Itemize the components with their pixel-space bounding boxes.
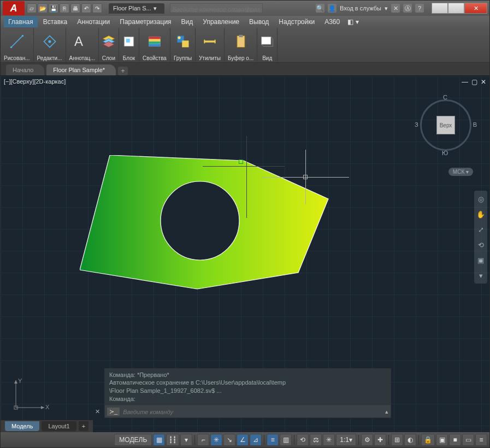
print-icon[interactable]: 🖶 (70, 3, 80, 13)
sb-iso-icon[interactable]: ↘ (223, 434, 235, 446)
sb-osnap-icon[interactable]: ∠ (237, 434, 249, 446)
svg-point-19 (161, 181, 239, 260)
menu-manage[interactable]: Управление (198, 16, 244, 27)
sb-units-icon[interactable]: ⊞ (391, 434, 403, 446)
menu-home[interactable]: Главная (4, 16, 38, 27)
save-icon[interactable]: 💾 (49, 3, 58, 13)
command-window[interactable]: ✕ Команда: *Прервано* Автоматическое сох… (104, 368, 391, 418)
menu-parametric[interactable]: Параметризация (115, 16, 175, 27)
viewport-label[interactable]: [−][Сверху][2D-каркас] (4, 78, 66, 85)
viewcube-north[interactable]: С (443, 94, 447, 101)
sb-cleanscreen-icon[interactable]: ▭ (462, 434, 474, 446)
steering-wheel-icon[interactable]: ◎ (476, 194, 486, 204)
sb-annomonitor-icon[interactable]: ✚ (374, 434, 386, 446)
sb-grid-icon[interactable]: ▦ (153, 434, 165, 446)
sb-lock-icon[interactable]: 🔒 (421, 434, 435, 446)
menu-bar: Главная Вставка Аннотации Параметризация… (1, 16, 489, 28)
minimize-button[interactable]: — (432, 3, 448, 14)
svg-rect-7 (149, 37, 160, 39)
viewcube-east[interactable]: В (473, 121, 477, 128)
sb-infer-icon[interactable]: ▾ (180, 434, 192, 446)
help-search[interactable] (170, 3, 263, 13)
viewcube-south[interactable]: Ю (442, 150, 448, 156)
vp-close-icon[interactable]: ✕ (481, 78, 486, 86)
redo-icon[interactable]: ↷ (92, 3, 102, 13)
viewcube[interactable]: Верх С Ю В З (416, 95, 476, 155)
menu-a360[interactable]: A360 (320, 16, 344, 27)
undo-icon[interactable]: ↶ (81, 3, 91, 13)
ribbon-panel-utilities[interactable]: Утилиты (196, 28, 225, 62)
svg-rect-16 (215, 40, 216, 44)
help-icon[interactable]: ? (415, 4, 424, 13)
layout-tab-add[interactable]: + (79, 421, 88, 431)
vp-minimize-icon[interactable]: — (462, 78, 468, 86)
maximize-button[interactable]: ▢ (448, 3, 464, 14)
svg-text:Y: Y (18, 378, 22, 384)
menu-view[interactable]: Вид (177, 16, 198, 27)
doc-tabs: Начало Floor Plan Sample* + (1, 63, 489, 76)
drawing-shape[interactable] (80, 155, 336, 308)
menu-insert[interactable]: Вставка (39, 16, 72, 27)
sb-transparency-icon[interactable]: ▥ (280, 434, 292, 446)
signin-link[interactable]: Вход в службы (340, 5, 381, 11)
cmd-dropdown-icon[interactable]: ▴ (385, 408, 388, 415)
zoom-extents-icon[interactable]: ⤢ (476, 225, 486, 234)
sb-scale[interactable]: 1:1 ▾ (336, 434, 356, 446)
layout-tab-layout1[interactable]: Layout1 (42, 421, 76, 431)
user-icon[interactable]: 👤 (328, 4, 336, 13)
new-icon[interactable]: ▱ (27, 3, 37, 13)
nav-more-icon[interactable]: ▾ (476, 270, 486, 280)
ucs-badge[interactable]: МСК ▾ (448, 168, 473, 176)
sb-hardware-icon[interactable]: ■ (449, 434, 461, 446)
sb-polar-icon[interactable]: ✳ (210, 434, 222, 446)
viewport[interactable]: [−][Сверху][2D-каркас] — ▢ ✕ Верх (1, 76, 489, 432)
sb-customize-icon[interactable]: ≡ (475, 434, 487, 446)
ribbon-panel-modify[interactable]: Редакти... (34, 28, 66, 62)
ribbon-panel-properties[interactable]: Свойства (139, 28, 170, 62)
doc-tab-active[interactable]: Floor Plan Sample* (46, 64, 116, 75)
saveas-icon[interactable]: ⎘ (60, 3, 69, 13)
sb-isolate-icon[interactable]: ▣ (436, 434, 448, 446)
layout-tab-model[interactable]: Модель (5, 421, 39, 431)
ribbon-panel-block[interactable]: Блок (119, 28, 139, 62)
viewcube-west[interactable]: З (415, 121, 418, 128)
help-search-input[interactable] (170, 5, 262, 13)
ribbon-panel-draw[interactable]: Рисован... (1, 28, 34, 62)
command-input[interactable] (123, 409, 385, 415)
ribbon-panel-annotation[interactable]: A Аннотац... (66, 28, 99, 62)
viewcube-face[interactable]: Верх (436, 116, 455, 134)
menu-addins[interactable]: Надстройки (274, 16, 319, 27)
showmotion-icon[interactable]: ▣ (476, 255, 486, 265)
sb-quickprops-icon[interactable]: ◐ (404, 434, 416, 446)
open-icon[interactable]: 📂 (38, 3, 48, 13)
sb-cycle-icon[interactable]: ⟲ (297, 434, 309, 446)
menu-featured-icon[interactable]: ◧ ▾ (347, 18, 358, 26)
svg-rect-5 (126, 39, 130, 43)
sb-snapmode-icon[interactable]: ┇┇ (166, 434, 179, 446)
title-doc-tab[interactable]: Floor Plan S... ▾ (109, 3, 164, 14)
doc-tab-add[interactable]: + (118, 67, 128, 75)
app-logo[interactable]: A (3, 1, 25, 15)
pan-icon[interactable]: ✋ (476, 209, 486, 219)
orbit-icon[interactable]: ⟲ (476, 240, 486, 250)
search-icon[interactable]: 🔍 (316, 4, 324, 13)
close-button[interactable]: ✕ (464, 3, 487, 14)
menu-output[interactable]: Вывод (245, 16, 273, 27)
sb-ortho-icon[interactable]: ⌐ (197, 434, 209, 446)
sb-otrack-icon[interactable]: ⊿ (250, 434, 262, 446)
exchange-icon[interactable]: ✕ (391, 4, 400, 13)
doc-tab-start[interactable]: Начало (6, 64, 44, 75)
sb-annovisibility-icon[interactable]: ✳ (323, 434, 335, 446)
ribbon-panel-layers[interactable]: Слои (99, 28, 119, 62)
sb-lineweight-icon[interactable]: ≡ (267, 434, 279, 446)
a360-icon[interactable]: Ⓐ (403, 4, 412, 13)
vp-maximize-icon[interactable]: ▢ (471, 78, 477, 86)
ribbon-panel-groups[interactable]: Группы (170, 28, 196, 62)
sb-model-button[interactable]: МОДЕЛЬ (114, 434, 152, 446)
sb-annoscale-icon[interactable]: ⚖ (310, 434, 322, 446)
menu-annotations[interactable]: Аннотации (73, 16, 114, 27)
sb-workspace-icon[interactable]: ⚙ (361, 434, 373, 446)
ribbon-panel-view[interactable]: Вид (257, 28, 278, 62)
cmdwin-close-icon[interactable]: ✕ (95, 408, 100, 415)
ribbon-panel-clipboard[interactable]: Буфер о... (225, 28, 257, 62)
